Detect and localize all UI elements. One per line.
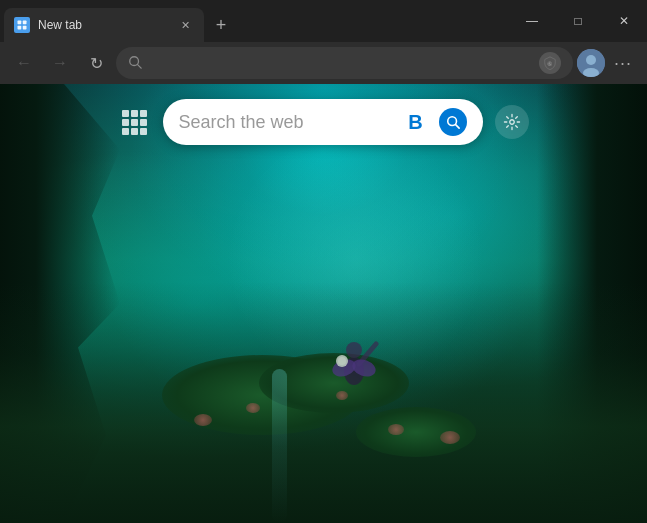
svg-point-16	[338, 357, 346, 365]
nav-bar: ← → ↻ ⑥	[0, 42, 647, 84]
title-bar: New tab ✕ + — □ ✕	[0, 0, 647, 42]
tab-close-button[interactable]: ✕	[176, 16, 194, 34]
svg-point-19	[509, 120, 514, 125]
search-submit-button[interactable]	[439, 108, 467, 136]
character-figure	[324, 316, 384, 400]
tab-favicon	[14, 17, 30, 33]
back-button[interactable]: ←	[8, 47, 40, 79]
flower-4	[440, 431, 460, 444]
svg-point-8	[586, 55, 596, 65]
refresh-button[interactable]: ↻	[80, 47, 112, 79]
tab-strip: New tab ✕ +	[0, 0, 509, 42]
security-badge[interactable]: ⑥	[539, 52, 561, 74]
moss-blob-3	[356, 407, 476, 457]
content-area: Search the web B	[0, 84, 647, 523]
close-button[interactable]: ✕	[601, 5, 647, 37]
maximize-button[interactable]: □	[555, 5, 601, 37]
svg-line-5	[138, 64, 142, 68]
tab-title: New tab	[38, 18, 168, 32]
window-controls: — □ ✕	[509, 0, 647, 42]
svg-text:⑥: ⑥	[547, 60, 552, 67]
minimize-button[interactable]: —	[509, 5, 555, 37]
waterfall	[272, 369, 287, 523]
svg-rect-2	[18, 26, 22, 30]
new-tab-button[interactable]: +	[204, 8, 238, 42]
address-input[interactable]	[148, 56, 533, 71]
address-search-icon	[128, 55, 142, 72]
svg-line-18	[455, 125, 459, 129]
address-bar[interactable]: ⑥	[116, 47, 573, 79]
profile-button[interactable]	[577, 49, 605, 77]
svg-rect-1	[23, 21, 27, 25]
search-overlay: Search the web B	[119, 99, 529, 145]
active-tab[interactable]: New tab ✕	[4, 8, 204, 42]
svg-rect-0	[18, 21, 22, 25]
apps-grid-icon	[122, 110, 147, 135]
svg-point-11	[346, 342, 362, 358]
apps-grid-button[interactable]	[119, 106, 151, 138]
bing-icon[interactable]: B	[403, 109, 429, 135]
search-placeholder[interactable]: Search the web	[179, 112, 393, 133]
forward-button[interactable]: →	[44, 47, 76, 79]
search-bar[interactable]: Search the web B	[163, 99, 483, 145]
svg-rect-3	[23, 26, 27, 30]
avatar	[577, 49, 605, 77]
customize-button[interactable]	[495, 105, 529, 139]
menu-button[interactable]: ···	[607, 47, 639, 79]
nav-right-buttons: ···	[577, 47, 639, 79]
